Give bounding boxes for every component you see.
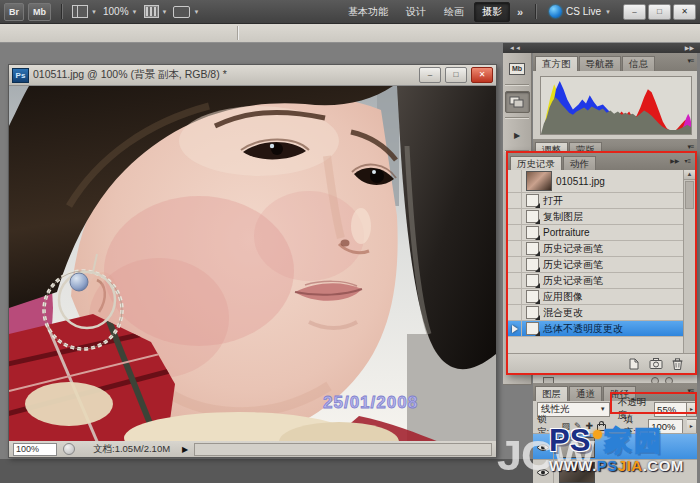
- minimize-button[interactable]: –: [623, 4, 646, 20]
- layer-row-background[interactable]: [533, 459, 697, 483]
- scroll-up-icon[interactable]: ▲: [684, 170, 695, 180]
- layer-thumbnail[interactable]: [559, 462, 595, 483]
- tab-actions[interactable]: 动作: [563, 156, 596, 170]
- layer-thumbnail[interactable]: [559, 437, 595, 458]
- history-brush-source-cell[interactable]: [508, 321, 522, 336]
- toolbar-separator: [535, 4, 537, 19]
- history-step[interactable]: 复制图层: [508, 209, 684, 225]
- new-snapshot-icon[interactable]: [649, 358, 663, 369]
- fill-spinner[interactable]: ▸: [687, 419, 697, 434]
- history-state-icon: [526, 322, 539, 335]
- history-step[interactable]: 历史记录画笔: [508, 241, 684, 257]
- screen-mode-button[interactable]: ▼: [173, 6, 199, 18]
- application-bar: Br Mb ▼ 100% ▼ ▼ ▼ 基本功能 设计 绘画 摄影 »: [0, 0, 700, 24]
- eye-icon: [536, 468, 550, 477]
- lock-transparency-icon[interactable]: ▨: [561, 421, 570, 431]
- delete-state-icon[interactable]: [672, 358, 683, 370]
- collapse-panels-icon[interactable]: ◄◄: [509, 43, 521, 53]
- tab-histogram[interactable]: 直方图: [535, 56, 578, 71]
- tab-navigator[interactable]: 导航器: [579, 56, 622, 71]
- layer-visibility-toggle[interactable]: [533, 434, 554, 460]
- tab-layers[interactable]: 图层: [535, 386, 568, 401]
- workspace-essentials[interactable]: 基本功能: [340, 2, 396, 22]
- history-brush-source-cell[interactable]: [508, 257, 522, 272]
- history-step[interactable]: 打开: [508, 193, 684, 209]
- history-step[interactable]: 总体不透明度更改: [508, 321, 684, 337]
- history-brush-source-cell[interactable]: [508, 225, 522, 240]
- opacity-spinner[interactable]: ▸: [687, 402, 697, 417]
- mini-bridge-button[interactable]: Mb: [28, 3, 51, 21]
- history-step[interactable]: 历史记录画笔: [508, 257, 684, 273]
- dock-header: ◄◄ ▶▶: [503, 43, 700, 53]
- opacity-field[interactable]: 55%: [654, 402, 687, 417]
- history-brush-source-cell[interactable]: [508, 209, 522, 224]
- view-extras-button[interactable]: ▼: [72, 5, 97, 18]
- history-brush-source-cell[interactable]: [508, 193, 522, 208]
- panel-expand-icon[interactable]: ▶▶: [670, 157, 679, 164]
- ps-file-icon: Ps: [12, 68, 29, 83]
- panel-menu-icon[interactable]: ▾≡: [687, 143, 693, 151]
- date-stamp: 25/01/2008: [323, 393, 418, 412]
- workspace-design[interactable]: 设计: [398, 2, 434, 22]
- panel-menu-icon[interactable]: ▾≡: [687, 387, 693, 395]
- panel-menu-icon[interactable]: ▾≡: [684, 157, 691, 164]
- status-zoom-field[interactable]: 100%: [13, 443, 57, 456]
- fill-field[interactable]: 100%: [648, 419, 682, 434]
- history-state-icon: [526, 290, 539, 303]
- chevron-down-icon: ▼: [162, 9, 168, 15]
- history-step-label: 混合更改: [543, 306, 583, 320]
- zoom-level-dropdown[interactable]: 100% ▼: [103, 6, 138, 17]
- status-menu-arrow[interactable]: ▶: [182, 445, 188, 454]
- tab-info[interactable]: 信息: [622, 56, 655, 71]
- history-panel-button[interactable]: [505, 91, 530, 113]
- layer-row-active[interactable]: [533, 433, 697, 460]
- scrollbar-thumb[interactable]: [685, 181, 694, 209]
- expand-panels-icon[interactable]: ▶▶: [685, 43, 694, 53]
- doc-maximize-button[interactable]: □: [445, 67, 467, 83]
- layers-blend-row: 线性光 ▼ 不透明度: 55% ▸: [533, 401, 697, 417]
- bridge-button[interactable]: Br: [4, 3, 24, 21]
- history-icon: [509, 96, 525, 108]
- close-button[interactable]: ✕: [673, 4, 696, 20]
- history-brush-source-cell[interactable]: [508, 170, 522, 192]
- history-step-label: 总体不透明度更改: [543, 322, 623, 336]
- new-document-from-state-icon[interactable]: [627, 358, 640, 370]
- workspace-painting[interactable]: 绘画: [436, 2, 472, 22]
- history-snapshot-row[interactable]: 010511.jpg: [508, 170, 684, 193]
- window-controls: – □ ✕: [623, 4, 696, 20]
- history-brush-source-cell[interactable]: [508, 241, 522, 256]
- restore-button[interactable]: □: [648, 4, 671, 20]
- panel-menu-icon[interactable]: ▾≡: [687, 57, 693, 65]
- doc-minimize-button[interactable]: –: [419, 67, 441, 83]
- tab-channels[interactable]: 通道: [569, 386, 602, 401]
- history-step[interactable]: Portraiture: [508, 225, 684, 241]
- status-info-icon: [63, 443, 75, 455]
- doc-close-button[interactable]: ✕: [471, 67, 493, 83]
- lock-all-icon[interactable]: [597, 424, 606, 431]
- app-bottom-strip: [0, 459, 533, 483]
- history-brush-source-cell[interactable]: [508, 273, 522, 288]
- layer-visibility-toggle[interactable]: [533, 460, 554, 483]
- history-state-icon: [526, 242, 539, 255]
- history-step[interactable]: 应用图像: [508, 289, 684, 305]
- arrange-documents-button[interactable]: ▼: [144, 5, 168, 18]
- lock-pixels-icon[interactable]: ✎: [574, 421, 582, 431]
- mini-bridge-panel-button[interactable]: Mb: [505, 58, 530, 80]
- actions-panel-button[interactable]: ▶: [505, 124, 530, 146]
- workspace-photography[interactable]: 摄影: [474, 2, 510, 22]
- history-brush-source-cell[interactable]: [508, 305, 522, 320]
- workspace-overflow-button[interactable]: »: [511, 6, 529, 18]
- history-step[interactable]: 历史记录画笔: [508, 273, 684, 289]
- history-brush-source-cell[interactable]: [508, 289, 522, 304]
- history-scrollbar[interactable]: ▲: [683, 170, 695, 353]
- portrait-photo: 25/01/2008: [9, 86, 496, 442]
- status-doc-sizes: 文档:1.05M/2.10M: [93, 443, 170, 456]
- document-title-bar[interactable]: Ps 010511.jpg @ 100% (背景 副本, RGB/8) * – …: [9, 65, 496, 86]
- cs-live-button[interactable]: CS Live ▼: [549, 5, 611, 18]
- history-step[interactable]: 混合更改: [508, 305, 684, 321]
- image-canvas[interactable]: 25/01/2008: [9, 86, 496, 442]
- histogram-panel: [533, 71, 697, 139]
- lock-position-icon[interactable]: ✚: [586, 421, 594, 431]
- tab-history[interactable]: 历史记录: [510, 156, 562, 170]
- history-panel-footer: [508, 353, 695, 373]
